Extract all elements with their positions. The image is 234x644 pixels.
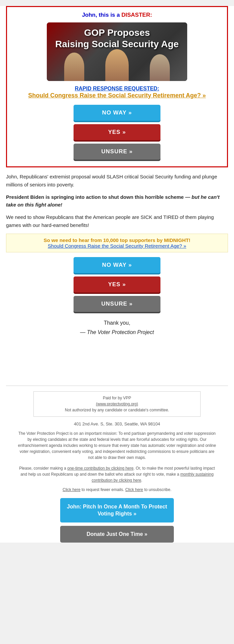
footer-mission: The Voter Protection Project is on an im…	[17, 430, 217, 461]
body-para2: President Biden is springing into action…	[6, 193, 228, 209]
unsubscribe-link[interactable]: Click here	[125, 487, 143, 492]
rapid-response-line1[interactable]: RAPID RESPONSE REQUESTED:	[13, 86, 221, 92]
footer-legal-box: Paid for by VPP (www.protectvoting.org) …	[33, 391, 201, 417]
footer-website-link[interactable]: (www.protectvoting.org)	[96, 402, 138, 406]
survey-buttons-bottom: NO WAY » YES » UNSURE »	[6, 257, 228, 312]
body-para1: John, Republicans' extremist proposal wo…	[6, 173, 228, 188]
unsubscribe-middle: to request fewer emails.	[82, 487, 125, 492]
people-silhouettes	[47, 49, 187, 81]
highlight-link[interactable]: Should Congress Raise the Social Securit…	[48, 243, 186, 249]
hero-title-line1: GOP Proposes	[84, 27, 150, 38]
unsubscribe-suffix: to unsubscribe.	[144, 487, 171, 492]
body-para3: We need to show Republicans that the Ame…	[6, 213, 228, 229]
disaster-label: DISASTER:	[121, 12, 152, 18]
body-content: John, Republicans' extremist proposal wo…	[0, 167, 234, 342]
disaster-headline: John, this is a DISASTER:	[13, 12, 221, 18]
hero-title-line2: Raising Social Security Age	[55, 38, 179, 50]
thank-you-text: Thank you,	[6, 320, 228, 326]
highlight-bold: So we need to hear from 10,000 top suppo…	[11, 237, 223, 243]
name-label: John, this is a	[82, 12, 121, 18]
person-left-silhouette	[64, 53, 84, 81]
person-right-silhouette	[150, 54, 170, 81]
email-wrapper: John, this is a DISASTER: GOP Proposes R…	[0, 6, 234, 543]
one-time-link[interactable]: one-time contribution by clicking here	[67, 466, 133, 471]
thank-you-section: Thank you, — The Voter Protection Projec…	[6, 320, 228, 335]
yes-button-bottom[interactable]: YES »	[74, 276, 160, 293]
survey-buttons-top: NO WAY » YES » UNSURE »	[13, 105, 221, 160]
footer-divider	[6, 386, 228, 386]
footer-not-authorized: Not authorized by any candidate or candi…	[38, 407, 196, 413]
person-center-silhouette	[105, 49, 129, 81]
unsure-button-bottom[interactable]: UNSURE »	[74, 296, 160, 312]
spacer	[0, 342, 234, 382]
hero-image: GOP Proposes Raising Social Security Age	[47, 22, 187, 81]
highlight-box: So we need to hear from 10,000 top suppo…	[6, 234, 228, 252]
onetime-cta-button[interactable]: Donate Just One Time »	[60, 526, 174, 543]
signature: — The Voter Protection Project	[6, 329, 228, 335]
unsure-button-top[interactable]: UNSURE »	[74, 144, 160, 160]
footer-address: 401 2nd Ave. S, Ste. 303, Seattle, WA 98…	[0, 421, 234, 426]
monthly-cta-button[interactable]: John: Pitch In Once A Month To Protect V…	[60, 498, 174, 523]
footer-website[interactable]: (www.protectvoting.org)	[38, 401, 196, 407]
yes-button-top[interactable]: YES »	[74, 124, 160, 140]
top-section: John, this is a DISASTER: GOP Proposes R…	[6, 6, 228, 167]
contribute-prefix: Please, consider making a	[19, 466, 67, 471]
body-para2-text: President Biden is springing into action…	[6, 194, 220, 208]
noway-button-top[interactable]: NO WAY »	[74, 105, 160, 121]
footer-contribute: Please, consider making a one-time contr…	[17, 465, 217, 483]
rapid-response: RAPID RESPONSE REQUESTED: Should Congres…	[13, 86, 221, 99]
footer-paid-for: Paid for by VPP	[38, 395, 196, 401]
contribute-suffix: .	[141, 478, 142, 483]
rapid-response-line2[interactable]: Should Congress Raise the Social Securit…	[13, 92, 221, 99]
cta-buttons: John: Pitch In Once A Month To Protect V…	[0, 498, 234, 543]
noway-button-bottom[interactable]: NO WAY »	[74, 257, 160, 273]
fewer-emails-link[interactable]: Click here	[63, 487, 80, 492]
footer-unsubscribe: Click here to request fewer emails. Clic…	[0, 487, 234, 492]
